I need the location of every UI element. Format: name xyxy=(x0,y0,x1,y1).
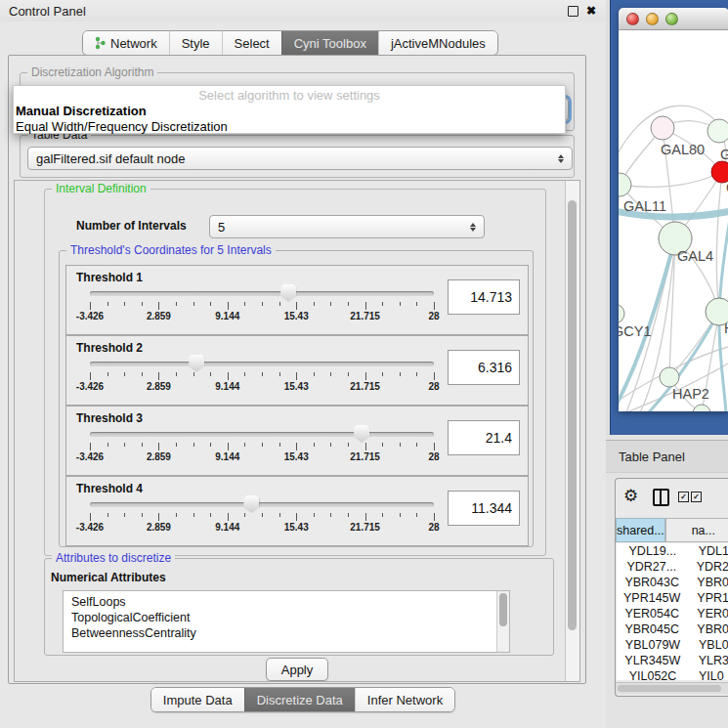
float-window-icon[interactable] xyxy=(568,6,578,17)
slider-track[interactable] xyxy=(90,502,434,507)
slider-track[interactable] xyxy=(90,291,434,296)
network-frame: GAL80GACGAL11GAL4GCY1HHAP2 xyxy=(610,0,728,435)
zoom-traffic-light-icon[interactable] xyxy=(665,13,678,25)
tick-mark xyxy=(382,513,383,517)
checkbox-icon[interactable]: ✓ xyxy=(691,492,702,502)
threshold-value-field[interactable]: 11.344 xyxy=(448,491,520,526)
tick-label: 15.43 xyxy=(284,381,309,392)
table-row[interactable]: YDR27...YDR2 xyxy=(617,559,728,575)
tick-mark xyxy=(262,372,263,376)
numerical-attributes-list[interactable]: SelfLoopsTopologicalCoefficientBetweenne… xyxy=(63,590,510,653)
tick-label: -3.426 xyxy=(76,451,104,462)
algorithm-option[interactable]: Equal Width/Frequency Discretization xyxy=(14,118,565,134)
tick-mark xyxy=(400,513,401,517)
table-row[interactable]: YDL19...YDL1 xyxy=(617,543,728,559)
tick-mark xyxy=(244,443,245,447)
slider-thumb-icon[interactable] xyxy=(354,425,369,443)
table-row[interactable]: YLR345WYLR3 xyxy=(617,653,728,668)
close-icon[interactable]: ✖ xyxy=(586,6,596,16)
attribute-list-item[interactable]: SelfLoops xyxy=(64,594,509,610)
split-columns-icon[interactable] xyxy=(653,489,669,506)
table-row[interactable]: YBR045CYBR0 xyxy=(617,621,728,637)
tab-style[interactable]: Style xyxy=(169,31,222,55)
tick-mark xyxy=(434,302,435,310)
cell-shared-name: YDL19... xyxy=(617,543,689,559)
interval-definition-title: Interval Definition xyxy=(52,182,150,195)
checkbox-icon[interactable]: ✓ xyxy=(678,492,689,502)
tab-network[interactable]: Network xyxy=(83,31,169,55)
tick-mark xyxy=(210,443,211,447)
tab-select[interactable]: Select xyxy=(222,31,281,55)
table-row[interactable]: YPR145WYPR1 xyxy=(617,590,728,606)
table-row[interactable]: YBR043CYBR0 xyxy=(617,575,728,590)
tick-mark xyxy=(416,302,417,306)
attribute-list-item[interactable]: BetweennessCentrality xyxy=(64,625,509,641)
tick-mark xyxy=(244,513,245,517)
tick-labels: -3.4262.8599.14415.4321.71528 xyxy=(90,381,434,393)
column-header-shared[interactable]: shared... xyxy=(616,518,665,542)
threshold-slider[interactable]: -3.4262.8599.14415.4321.71528 xyxy=(90,407,434,475)
tab-infer-network[interactable]: Infer Network xyxy=(355,688,454,711)
tick-mark xyxy=(348,372,349,376)
threshold-slider[interactable]: -3.4262.8599.14415.4321.71528 xyxy=(90,477,434,545)
tick-mark xyxy=(142,372,143,376)
tick-mark xyxy=(124,302,125,306)
table-row[interactable]: YIL052CYIL0 xyxy=(617,668,728,680)
tick-mark xyxy=(193,372,194,376)
tick-label: 28 xyxy=(428,451,439,462)
tick-mark xyxy=(330,513,331,517)
slider-thumb-icon[interactable] xyxy=(189,355,204,372)
slider-thumb-icon[interactable] xyxy=(280,284,296,302)
table-row[interactable]: YBL079WYBL0 xyxy=(617,637,728,653)
network-node xyxy=(619,304,624,323)
tick-label: 28 xyxy=(428,381,439,392)
network-canvas[interactable]: GAL80GACGAL11GAL4GCY1HHAP2 xyxy=(619,30,728,411)
threshold-value-field[interactable]: 21.4 xyxy=(448,420,520,455)
slider-thumb-icon[interactable] xyxy=(243,495,259,513)
tick-mark xyxy=(142,302,143,306)
number-of-intervals-combobox[interactable]: 5 xyxy=(209,215,485,238)
table-panel-title: Table Panel xyxy=(606,450,685,464)
close-traffic-light-icon[interactable] xyxy=(626,13,639,25)
minimize-traffic-light-icon[interactable] xyxy=(646,13,659,25)
threshold-value-field[interactable]: 6.316 xyxy=(448,350,520,385)
threshold-slider[interactable]: -3.4262.8599.14415.4321.71528 xyxy=(90,336,434,405)
attributes-scrollbar-thumb[interactable] xyxy=(499,593,507,626)
tick-mark xyxy=(210,513,211,517)
control-panel: Control Panel ✖ NetworkStyleSelectCyni T… xyxy=(0,0,606,728)
table-data-combobox[interactable]: galFiltered.sif default node xyxy=(27,147,573,170)
apply-button[interactable]: Apply xyxy=(266,658,328,681)
settings-scrollbar-thumb[interactable] xyxy=(568,200,577,630)
gear-icon[interactable]: ⚙ xyxy=(623,486,638,505)
table-body: YDL19...YDL1YDR27...YDR2YBR043CYBR0YPR14… xyxy=(617,543,728,680)
tab-impute-data[interactable]: Impute Data xyxy=(151,688,244,711)
number-of-intervals-label: Number of Intervals xyxy=(76,219,187,233)
attribute-list-item[interactable]: TopologicalCoefficient xyxy=(64,610,509,625)
tick-label: -3.426 xyxy=(76,522,104,533)
table-scrollbar-thumb[interactable] xyxy=(618,685,721,692)
tick-label: -3.426 xyxy=(76,381,104,392)
tick-mark xyxy=(416,372,417,376)
tab-cyni-toolbox[interactable]: Cyni Toolbox xyxy=(281,31,378,55)
threshold-value-field[interactable]: 14.713 xyxy=(448,279,520,315)
cell-name: YLR3 xyxy=(689,653,728,668)
tick-marks xyxy=(90,302,434,311)
cell-name: YBR0 xyxy=(687,575,728,590)
settings-vertical-scrollbar[interactable] xyxy=(565,181,579,681)
table-header-row: shared... na... xyxy=(616,518,728,542)
tick-label: 9.144 xyxy=(215,381,239,392)
table-horizontal-scrollbar[interactable] xyxy=(616,682,728,694)
algorithm-option[interactable]: Manual Discretization xyxy=(14,103,565,118)
threshold-slider[interactable]: -3.4262.8599.14415.4321.71528 xyxy=(90,266,434,334)
table-row[interactable]: YER054CYER0 xyxy=(617,606,728,621)
slider-track[interactable] xyxy=(90,362,434,366)
tab-label: Cyni Toolbox xyxy=(294,36,366,51)
network-node-label: HAP2 xyxy=(672,386,709,402)
tab-discretize-data[interactable]: Discretize Data xyxy=(244,688,355,711)
attributes-list-scrollbar[interactable] xyxy=(496,591,509,652)
tick-mark xyxy=(314,443,315,447)
tick-label: 15.43 xyxy=(284,451,309,462)
tab-jactivemnodules[interactable]: jActiveMNodules xyxy=(378,31,497,55)
slider-track[interactable] xyxy=(90,432,434,437)
column-header-name[interactable]: na... xyxy=(665,518,728,542)
